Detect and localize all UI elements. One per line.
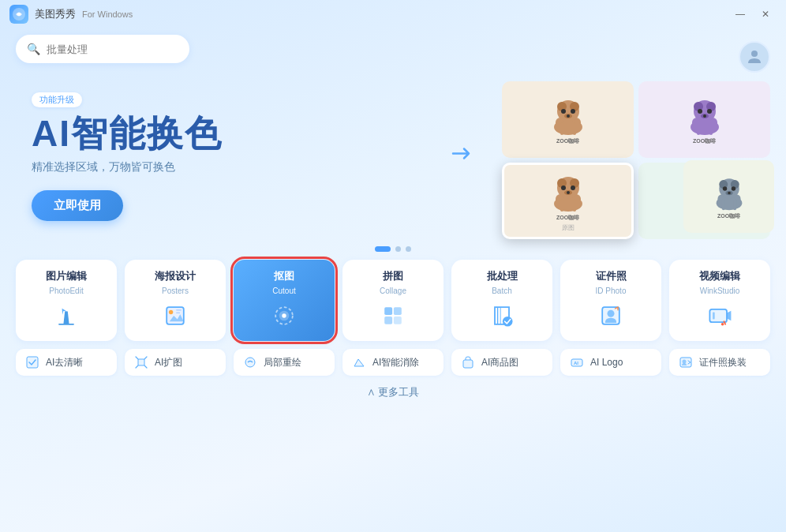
- svg-rect-73: [27, 357, 38, 368]
- posters-icon: [158, 298, 193, 333]
- svg-point-1: [17, 13, 21, 16]
- zoo-text-2: ZOO咖啡: [693, 137, 716, 145]
- app-title-text: 美图秀秀: [35, 7, 76, 21]
- hero-subtitle: 精准选择区域，万物皆可换色: [32, 160, 470, 174]
- arrow-icon: [447, 138, 478, 175]
- svg-point-19: [698, 109, 702, 114]
- collage-icon: [376, 298, 410, 333]
- hero-banner: 功能升级 AI智能换色 精准选择区域，万物皆可换色 立即使用: [16, 69, 770, 243]
- svg-rect-71: [713, 313, 715, 320]
- svg-rect-74: [138, 359, 144, 365]
- avatar-button[interactable]: [739, 41, 770, 73]
- zoo-text-5: ZOO咖啡: [717, 212, 740, 220]
- more-tools-label: ∧ 更多工具: [367, 385, 420, 399]
- window-controls: — ✕: [729, 6, 777, 23]
- tool-collage-name: 拼图: [383, 269, 403, 283]
- batch-icon: [485, 298, 519, 333]
- title-bar: 美图秀秀 For Windows — ✕: [0, 0, 786, 28]
- search-bar[interactable]: 🔍: [16, 35, 189, 63]
- svg-point-30: [561, 185, 566, 190]
- svg-text:AI: AI: [574, 361, 578, 365]
- tools-grid: 图片编辑 PhotoEdit 海报设计 Posters: [16, 260, 770, 341]
- tool-id-convert[interactable]: 证件照换装: [669, 349, 770, 376]
- carousel-dots: [0, 246, 786, 252]
- svg-rect-64: [394, 307, 402, 315]
- tool-video-name: 视频编辑: [699, 269, 740, 283]
- tool-photo-edit-name: 图片编辑: [46, 269, 87, 283]
- repaint-label: 局部重绘: [264, 356, 301, 369]
- svg-point-53: [731, 186, 735, 190]
- ai-logo-label: AI Logo: [590, 357, 623, 368]
- zoo-text-3: ZOO咖啡: [556, 214, 579, 222]
- svg-point-55: [728, 192, 731, 195]
- more-tools-button[interactable]: ∧ 更多工具: [0, 376, 786, 409]
- svg-point-20: [707, 109, 712, 114]
- dot-2[interactable]: [395, 246, 401, 252]
- tool-cutout-name: 抠图: [274, 269, 294, 283]
- cutout-icon: [267, 298, 301, 333]
- original-label: 原图: [562, 223, 575, 232]
- svg-point-69: [608, 310, 615, 317]
- ai-erase-icon: [352, 355, 366, 369]
- tool-ai-product[interactable]: AI商品图: [451, 349, 552, 376]
- tool-idphoto-name: 证件照: [596, 269, 627, 283]
- close-button[interactable]: ✕: [754, 6, 777, 23]
- collage-cell-5: ZOO咖啡: [683, 160, 774, 233]
- app-logo: [9, 5, 28, 24]
- photo-edit-icon: [49, 298, 84, 333]
- tool-posters[interactable]: 海报设计 Posters: [125, 260, 226, 341]
- tools-section: 图片编辑 PhotoEdit 海报设计 Posters: [0, 252, 786, 341]
- svg-point-62: [282, 313, 286, 317]
- svg-point-52: [722, 186, 726, 190]
- svg-point-11: [567, 114, 570, 118]
- svg-rect-65: [384, 317, 392, 324]
- search-input[interactable]: [47, 43, 173, 55]
- idphoto-icon: [593, 298, 628, 333]
- tool-photo-edit-sub: PhotoEdit: [49, 287, 83, 295]
- tool-idphoto-sub: ID Photo: [596, 287, 627, 295]
- tool-idphoto[interactable]: 证件照 ID Photo: [560, 260, 661, 341]
- id-convert-icon: [679, 355, 693, 369]
- app-subtitle: For Windows: [82, 9, 133, 19]
- zoo-text-1: ZOO咖啡: [556, 137, 579, 145]
- svg-point-31: [571, 185, 575, 190]
- svg-point-75: [245, 358, 255, 367]
- tool-video-sub: WinkStudio: [700, 287, 740, 295]
- svg-point-9: [571, 109, 575, 114]
- tool-posters-sub: Posters: [162, 287, 189, 295]
- minimize-button[interactable]: —: [729, 6, 751, 23]
- svg-rect-66: [394, 317, 402, 324]
- tool-collage[interactable]: 拼图 Collage: [342, 260, 444, 341]
- tool-ai-expand[interactable]: AI扩图: [125, 349, 226, 376]
- tool-cutout[interactable]: 抠图 Cutout: [234, 260, 335, 341]
- ai-product-label: AI商品图: [481, 356, 518, 369]
- collage-cell-2: ZOO咖啡: [638, 81, 770, 158]
- tool-batch-sub: Batch: [492, 287, 512, 295]
- ai-product-icon: [461, 355, 475, 369]
- hero-text: 功能升级 AI智能换色 精准选择区域，万物皆可换色 立即使用: [16, 92, 470, 221]
- tool-batch[interactable]: 批处理 Batch: [451, 260, 552, 341]
- dot-3[interactable]: [406, 246, 411, 252]
- dot-1[interactable]: [375, 246, 391, 252]
- tool-photo-edit[interactable]: 图片编辑 PhotoEdit: [16, 260, 117, 341]
- svg-point-2: [751, 51, 758, 57]
- video-icon: [702, 298, 737, 333]
- ai-logo-icon: AI: [570, 355, 584, 369]
- hero-title: AI智能换色: [32, 114, 470, 154]
- ai-clear-label: AI去清晰: [46, 356, 83, 369]
- hero-cta-button[interactable]: 立即使用: [32, 190, 123, 221]
- ai-expand-icon: [134, 355, 148, 369]
- svg-point-33: [567, 191, 570, 194]
- tool-ai-erase[interactable]: AI智能消除: [342, 349, 444, 376]
- svg-rect-70: [709, 309, 727, 322]
- tool-video[interactable]: 视频编辑 WinkStudio: [669, 260, 770, 341]
- tool-repaint[interactable]: 局部重绘: [234, 349, 335, 376]
- svg-point-8: [561, 109, 566, 114]
- hero-image: ZOO咖啡: [470, 73, 770, 239]
- hero-badge: 功能升级: [32, 92, 82, 107]
- svg-point-59: [169, 310, 173, 314]
- tool-batch-name: 批处理: [487, 269, 518, 283]
- tool-ai-clear[interactable]: AI去清晰: [16, 349, 117, 376]
- search-icon: 🔍: [27, 43, 40, 55]
- tool-ai-logo[interactable]: AI AI Logo: [560, 349, 661, 376]
